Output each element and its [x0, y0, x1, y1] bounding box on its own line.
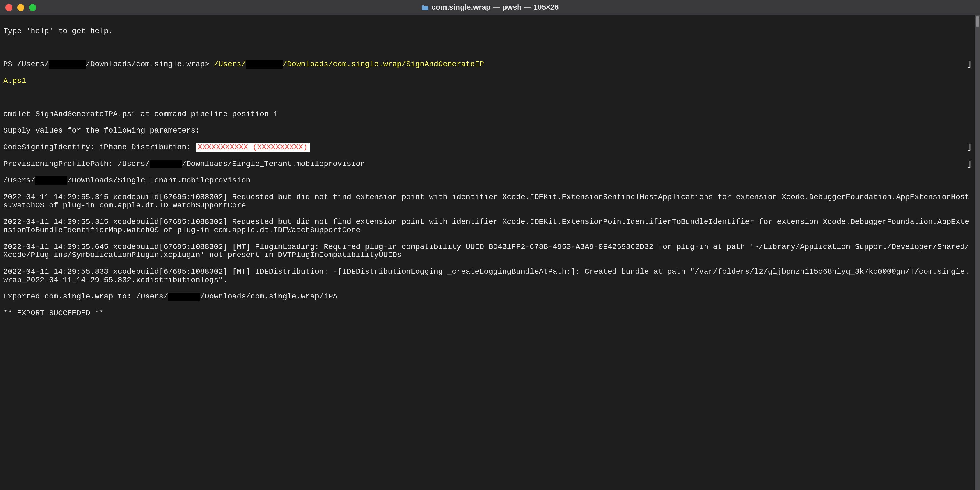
terminal-window: com.single.wrap — pwsh — 105×26 Type 'he…: [0, 0, 980, 490]
close-button[interactable]: [5, 4, 13, 11]
exported-suffix: /Downloads/com.single.wrap/iPA: [200, 292, 337, 301]
terminal-area: Type 'help' to get help. PS /Users/ /Dow…: [0, 15, 980, 490]
help-line: Type 'help' to get help.: [3, 27, 972, 35]
window-title-text: com.single.wrap — pwsh — 105×26: [431, 3, 558, 11]
command-wrap: A.ps1: [3, 77, 972, 85]
prompt-prefix: PS /Users/: [3, 60, 49, 68]
log-line-2: 2022-04-11 14:29:55.315 xcodebuild[67695…: [3, 218, 972, 235]
log-line-3: 2022-04-11 14:29:55.645 xcodebuild[67695…: [3, 243, 972, 260]
minimize-button[interactable]: [17, 4, 24, 11]
window-title: com.single.wrap — pwsh — 105×26: [421, 3, 558, 11]
cmdlet-line: cmdlet SignAndGenerateIPA.ps1 at command…: [3, 110, 972, 119]
wrap-indicator: ]: [967, 60, 972, 69]
exported-prefix: Exported com.single.wrap to: /Users/: [3, 292, 168, 301]
exported-line: Exported com.single.wrap to: /Users/ /Do…: [3, 293, 972, 301]
redacted-username-4: [35, 177, 67, 185]
blank-line: [3, 44, 972, 52]
success-line: ** EXPORT SUCCEEDED **: [3, 309, 972, 318]
codesign-line: CodeSigningIdentity: iPhone Distribution…: [3, 143, 972, 152]
provprofile-line: ProvisioningProfilePath: /Users/ /Downlo…: [3, 160, 972, 169]
redacted-username-3: [150, 160, 182, 169]
redacted-username-5: [168, 293, 200, 301]
titlebar: com.single.wrap — pwsh — 105×26: [0, 0, 980, 15]
echo-suffix: /Downloads/Single_Tenant.mobileprovision: [67, 176, 250, 185]
provprofile-prefix: ProvisioningProfilePath: /Users/: [3, 160, 150, 168]
scrollbar[interactable]: [975, 15, 980, 490]
log-line-1: 2022-04-11 14:29:55.315 xcodebuild[67695…: [3, 193, 972, 210]
redacted-username-2: [246, 60, 283, 69]
log-line-4: 2022-04-11 14:29:55.833 xcodebuild[67695…: [3, 268, 972, 285]
terminal-content[interactable]: Type 'help' to get help. PS /Users/ /Dow…: [0, 15, 975, 490]
echo-prefix: /Users/: [3, 176, 35, 185]
wrap-indicator-2: ]: [967, 143, 972, 152]
traffic-lights: [5, 4, 36, 11]
wrap-indicator-3: ]: [967, 160, 972, 169]
supply-line: Supply values for the following paramete…: [3, 127, 972, 135]
blank-line-2: [3, 94, 972, 102]
prompt-mid: /Downloads/com.single.wrap>: [86, 60, 214, 68]
maximize-button[interactable]: [29, 4, 36, 11]
prompt-line: PS /Users/ /Downloads/com.single.wrap> /…: [3, 60, 972, 69]
scrollbar-thumb[interactable]: [976, 16, 980, 27]
codesign-label: CodeSigningIdentity: iPhone Distribution…: [3, 143, 196, 151]
command-text: /Users/ /Downloads/com.single.wrap/SignA…: [214, 60, 484, 68]
folder-icon: [421, 4, 429, 10]
provprofile-suffix: /Downloads/Single_Tenant.mobileprovision: [182, 160, 365, 168]
redacted-username-1: [49, 60, 86, 69]
codesign-masked: XXXXXXXXXXX (XXXXXXXXXX): [196, 143, 310, 152]
echo-path-line: /Users/ /Downloads/Single_Tenant.mobilep…: [3, 177, 972, 185]
